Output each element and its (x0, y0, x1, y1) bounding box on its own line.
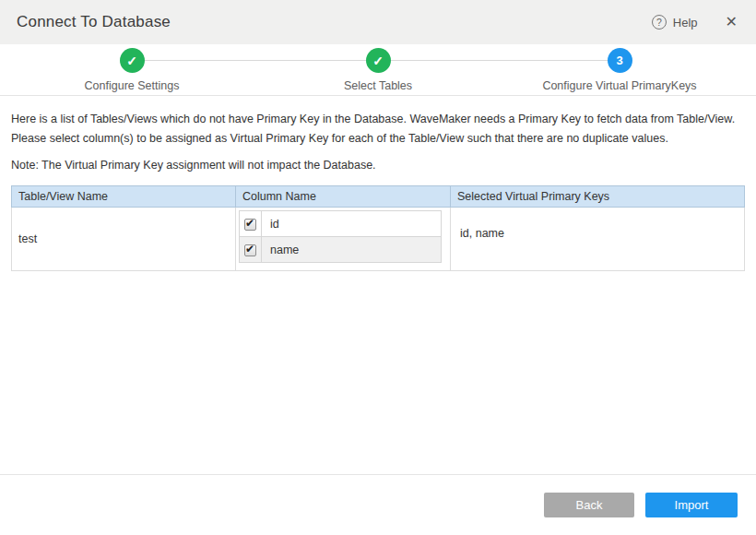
content-area: Here is a list of Tables/Views which do … (0, 96, 756, 271)
help-button[interactable]: ? Help (652, 15, 698, 30)
step-done-check-icon: ✓ (120, 48, 145, 73)
table-row: test id (12, 208, 745, 271)
header-column-name: Column Name (236, 186, 451, 208)
help-label: Help (673, 16, 698, 30)
column-label: name (262, 237, 442, 263)
step-label: Configure Virtual PrimaryKeys (514, 79, 726, 92)
column-option-row: name (240, 237, 442, 263)
step-select-tables[interactable]: ✓ Select Tables (272, 48, 484, 92)
header-selected-virtual-primary-keys: Selected Virtual Primary Keys (451, 186, 745, 208)
import-button[interactable]: Import (645, 493, 738, 517)
table-header-row: Table/View Name Column Name Selected Vir… (12, 186, 745, 208)
step-label: Select Tables (272, 79, 484, 92)
header-table-view-name: Table/View Name (12, 186, 236, 208)
columns-checkbox-table: id name (239, 210, 442, 263)
column-name-cell: id name (236, 208, 451, 271)
note-text: Note: The Virtual Primary Key assignment… (11, 159, 745, 172)
table-view-name-cell: test (12, 208, 236, 271)
step-done-check-icon: ✓ (366, 48, 391, 73)
primary-keys-table: Table/View Name Column Name Selected Vir… (11, 185, 745, 271)
page-title: Connect To Database (17, 13, 171, 31)
wizard-stepper: ✓ Configure Settings ✓ Select Tables 3 C… (0, 44, 756, 96)
back-button[interactable]: Back (544, 493, 634, 517)
description-text: Here is a list of Tables/Views which do … (11, 110, 745, 149)
footer-divider (0, 474, 756, 475)
selected-keys-cell: id, name (451, 208, 745, 271)
column-checkbox-name[interactable] (244, 244, 256, 256)
close-icon[interactable]: ✕ (726, 15, 738, 30)
step-number-badge: 3 (608, 48, 632, 73)
step-configure-settings[interactable]: ✓ Configure Settings (26, 48, 238, 92)
step-label: Configure Settings (26, 79, 238, 92)
column-label: id (262, 211, 442, 237)
checkbox-cell (240, 237, 262, 263)
checkbox-cell (240, 211, 262, 237)
dialog-titlebar: Connect To Database ? Help ✕ (0, 0, 756, 44)
column-checkbox-id[interactable] (244, 219, 256, 231)
step-configure-virtual-primarykeys[interactable]: 3 Configure Virtual PrimaryKeys (514, 48, 726, 92)
help-icon: ? (652, 15, 667, 30)
column-option-row: id (240, 211, 442, 237)
